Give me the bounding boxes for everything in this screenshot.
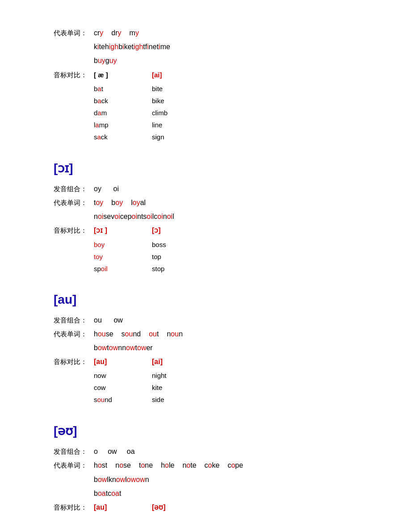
word-climb: climb <box>152 107 210 119</box>
word-coin: coin <box>154 210 167 222</box>
word-now2: now <box>94 369 152 381</box>
col-ae-words: bat back dam lamp sack <box>94 83 152 143</box>
word-lamp: lamp <box>94 119 152 131</box>
word-nose: nose <box>115 459 131 471</box>
word-cow: cow <box>94 381 152 394</box>
word-night: night <box>152 369 210 381</box>
label-faying-au: 发音组合： <box>54 314 94 326</box>
word-oil: oil <box>167 210 174 222</box>
label-daibiao-au: 代表单词： <box>54 328 94 340</box>
compare-headers-ou: [au] [əʊ] <box>94 501 166 513</box>
word-low: low <box>125 473 136 486</box>
compare-headers-au: [au] [ai] <box>94 356 163 368</box>
compare-ai: bat back dam lamp sack bite bike climb l… <box>94 83 357 143</box>
word-tone: tone <box>139 459 153 471</box>
ph-ai2: [ai] <box>152 358 163 365</box>
word-bike2: bike <box>152 95 210 107</box>
word-top: top <box>152 251 210 263</box>
word-own: own <box>136 473 149 486</box>
yinbiao-row-ai: 音标对比： [ æ ] [ai] <box>54 69 357 81</box>
word-house: house <box>94 328 113 340</box>
col-ae: [ æ ] <box>94 69 152 81</box>
label-faying-oi: 发音组合： <box>54 183 94 195</box>
compare-oi: boy toy spoil boss top stop <box>94 239 357 275</box>
word-boss: boss <box>152 239 210 251</box>
word-kite: kite <box>94 41 105 53</box>
col-ai2-header: [ai] <box>152 356 163 368</box>
daibiao-oi-1: 代表单词： toy boy loyal <box>54 197 357 209</box>
word-cope: cope <box>227 459 243 471</box>
word-toy: toy <box>94 197 103 209</box>
word-note: note <box>182 459 196 471</box>
content-au-1: house sound out noun <box>94 328 357 340</box>
title-au: [au] <box>54 293 357 307</box>
title-oi: [ɔɪ] <box>54 161 357 176</box>
word-guy: guy <box>105 54 117 67</box>
word-dam: dam <box>94 107 152 119</box>
col-o-header: [ɔ] <box>152 224 161 236</box>
word-buy: buy <box>94 54 105 67</box>
word-bite: bite <box>152 83 210 95</box>
word-kite2: kite <box>152 381 210 394</box>
label-yinbiao-au: 音标对比： <box>54 356 94 368</box>
word-boat: boat <box>94 487 108 499</box>
word-boy: boy <box>111 197 123 209</box>
content-oi-1: toy boy loyal <box>94 197 357 209</box>
word-point: point <box>128 210 143 222</box>
ph-o: [ɔ] <box>152 226 161 234</box>
word-bow: bow <box>94 342 107 354</box>
section-ai: 代表单词： cry dry my kite high bike tight fi… <box>54 27 357 143</box>
word-loyal: loyal <box>131 197 146 209</box>
label-yinbiao-ou: 音标对比： <box>54 502 94 513</box>
compare-headers-ai: [ æ ] [ai] <box>94 69 210 81</box>
label-faying-ou: 发音组合： <box>54 446 94 457</box>
content-faying-ou: o ow oa <box>94 445 357 457</box>
word-sack: sack <box>94 131 152 143</box>
label-yinbiao-oi: 音标对比： <box>54 225 94 236</box>
page-content: 代表单词： cry dry my kite high bike tight fi… <box>54 27 357 513</box>
word-host: host <box>94 459 107 471</box>
content-faying-au: ou ow <box>94 314 357 326</box>
section-au: [au] 发音组合： ou ow 代表单词： house sound out n… <box>54 293 357 406</box>
faying-row-au: 发音组合： ou ow <box>54 314 357 326</box>
word-now: now <box>122 342 135 354</box>
col-ai2-words: night kite side <box>152 369 210 406</box>
word-soil: soil <box>143 210 154 222</box>
yinbiao-row-ou: 音标对比： [au] [əʊ] <box>54 501 357 513</box>
col-au-words: now cow sound <box>94 369 152 406</box>
word-tight: tight <box>132 41 145 53</box>
daibiao-ou-2: bowl know low own <box>94 473 357 486</box>
section-oi: [ɔɪ] 发音组合： oy oi 代表单词： toy boy loyal noi… <box>54 161 357 275</box>
word-spoil: spoil <box>94 263 152 275</box>
word-noise: noise <box>94 210 111 222</box>
daibiao-au-1: 代表单词： house sound out noun <box>54 328 357 340</box>
daibiao-ou-3: boat coat <box>94 487 357 499</box>
word-dry: dry <box>111 27 121 39</box>
word-my: my <box>130 27 139 39</box>
word-fine: fine <box>145 41 157 53</box>
daibiao-au-2: bow town now tower <box>94 342 357 354</box>
daibiao-row-3: buy guy <box>94 54 357 67</box>
word-time: time <box>157 41 170 53</box>
compare-headers-oi: [ɔɪ ] [ɔ] <box>94 224 161 236</box>
word-high: high <box>105 41 118 53</box>
word-toy2: toy <box>94 251 152 263</box>
word-town: town <box>107 342 122 354</box>
col-ai: [ai] <box>152 69 210 81</box>
word-coke: coke <box>205 459 220 471</box>
word-stop: stop <box>152 263 210 275</box>
word-tower: tower <box>135 342 153 354</box>
yinbiao-row-au: 音标对比： [au] [ai] <box>54 356 357 368</box>
content-faying-oi: oy oi <box>94 183 357 195</box>
daibiao-row-2: kite high bike tight fine time <box>94 41 357 53</box>
word-coat: coat <box>108 487 121 499</box>
faying-row-oi: 发音组合： oy oi <box>54 183 357 195</box>
col-ai-words: bite bike climb line sign <box>152 83 210 143</box>
word-sign: sign <box>152 131 210 143</box>
col-au2-header: [au] <box>94 501 152 513</box>
word-back: back <box>94 95 152 107</box>
word-bat: bat <box>94 83 152 95</box>
ph-ai: [ai] <box>152 71 162 79</box>
label-daibiao-oi: 代表单词： <box>54 197 94 209</box>
word-out: out <box>149 328 159 340</box>
